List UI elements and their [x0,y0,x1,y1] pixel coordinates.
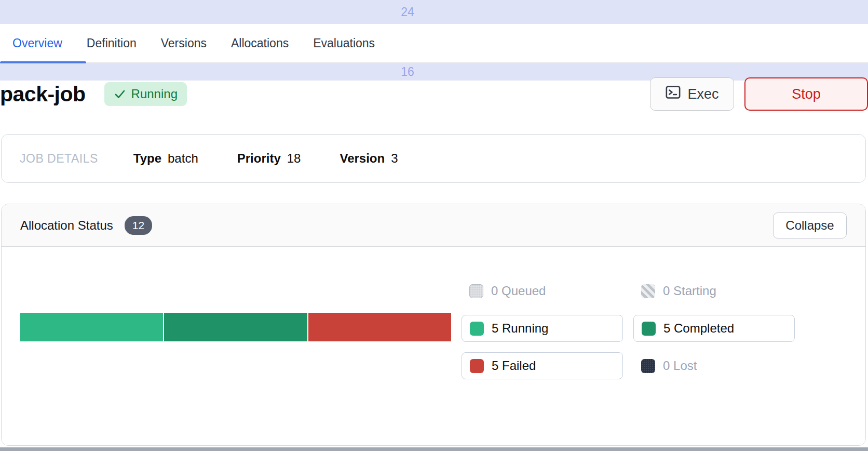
terminal-icon [665,84,681,104]
bar-segment-completed[interactable] [164,313,307,341]
detail-version: Version 3 [340,151,398,166]
tab-definition[interactable]: Definition [87,36,137,50]
detail-type-label: Type [133,151,161,166]
tab-versions[interactable]: Versions [161,36,207,50]
spacing-meter-top: 24 [0,0,868,24]
allocation-status-title: Allocation Status [20,218,113,233]
legend-item-running[interactable]: 5 Running [462,315,623,342]
status-badge-label: Running [131,87,178,101]
tab-overview[interactable]: Overview [12,36,62,50]
check-icon [114,88,126,100]
detail-version-value: 3 [391,151,398,166]
legend-text-queued: 0 Queued [491,284,546,298]
bar-segment-running[interactable] [20,313,163,341]
collapse-button[interactable]: Collapse [773,213,847,238]
legend-item-completed[interactable]: 5 Completed [633,315,795,342]
legend-text-starting: 0 Starting [663,284,716,298]
detail-version-label: Version [340,151,385,166]
allocation-stacked-bar [20,313,451,341]
job-tabbar: Overview Definition Versions Allocations… [0,24,868,63]
tab-allocations[interactable]: Allocations [231,36,289,50]
job-details-card: JOB DETAILS Type batch Priority 18 Versi… [1,134,866,183]
spacing-meter-top-value: 24 [0,5,815,19]
allocation-count-badge: 12 [125,216,152,235]
detail-priority-value: 18 [287,151,301,166]
job-overview-page: 24 Overview Definition Versions Allocati… [0,0,868,451]
detail-priority: Priority 18 [237,151,301,166]
legend-item-queued: 0 Queued [462,277,623,304]
starting-swatch-icon [641,284,655,298]
allocation-status-header: Allocation Status 12 Collapse [2,204,865,247]
job-title: pack-job [0,82,86,107]
allocation-status-card: Allocation Status 12 Collapse 0 Queued 0… [1,204,866,446]
legend-text-completed: 5 Completed [663,321,734,336]
allocation-legend: 0 Queued 0 Starting 5 Running 5 Complete… [462,277,795,379]
exec-button-label: Exec [687,86,718,102]
stop-button-label: Stop [792,86,821,102]
detail-priority-label: Priority [237,151,281,166]
completed-swatch-icon [642,322,656,336]
exec-button[interactable]: Exec [650,77,734,111]
tab-evaluations[interactable]: Evaluations [313,36,375,50]
legend-item-starting: 0 Starting [633,277,795,304]
legend-text-running: 5 Running [492,321,548,336]
legend-text-failed: 5 Failed [492,359,536,373]
detail-type-value: batch [168,151,198,166]
next-section-edge [0,447,868,451]
running-swatch-icon [470,322,484,336]
allocation-status-body: 0 Queued 0 Starting 5 Running 5 Complete… [2,247,865,445]
page-header: pack-job Running Exec [0,77,868,111]
legend-text-lost: 0 Lost [663,359,697,373]
legend-item-lost: 0 Lost [633,352,795,379]
queued-swatch-icon [469,284,483,298]
header-actions: Exec Stop [650,77,868,111]
detail-type: Type batch [133,151,198,166]
lost-swatch-icon [641,359,655,373]
failed-swatch-icon [470,359,484,373]
job-details-heading: JOB DETAILS [20,152,98,166]
bar-segment-failed[interactable] [308,313,451,341]
status-badge: Running [104,82,187,106]
legend-item-failed[interactable]: 5 Failed [462,352,623,379]
stop-button[interactable]: Stop [744,77,868,111]
